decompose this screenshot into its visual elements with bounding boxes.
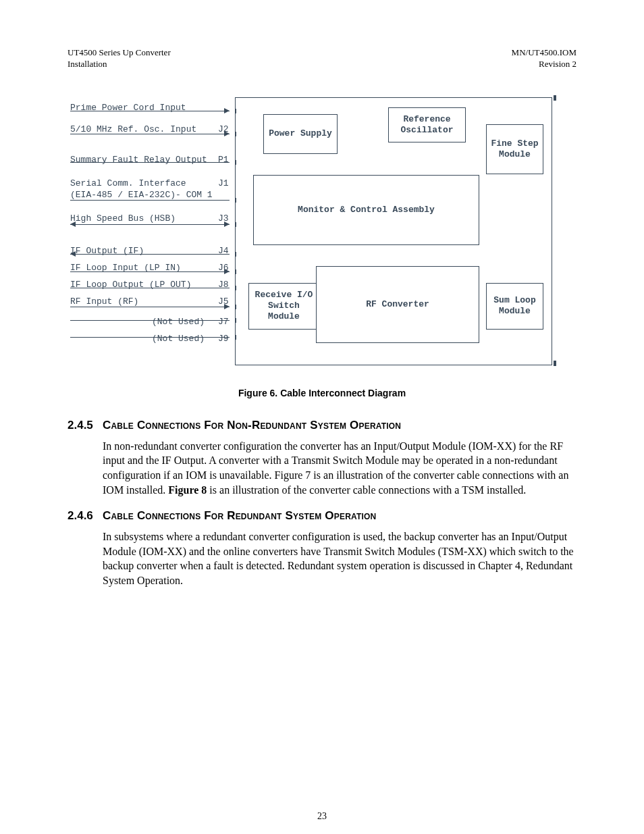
signal-line xyxy=(70,134,230,135)
page-number: 23 xyxy=(68,811,576,822)
box-receive-io-switch: Receive I/O Switch Module xyxy=(248,283,319,330)
header-left: UT4500 Series Up Converter Installation xyxy=(68,47,171,70)
header-revision: Revision 2 xyxy=(512,59,576,70)
signal-tick xyxy=(235,318,236,323)
diagram-outer-thick-right2 xyxy=(554,361,556,366)
page-header: UT4500 Series Up Converter Installation … xyxy=(68,47,576,70)
signal-port: P1 xyxy=(218,155,229,165)
box-reference-oscillator: Reference Oscillator xyxy=(388,107,466,142)
section-2-4-6-heading: 2.4.6 Cable Connections For Redundant Sy… xyxy=(68,509,576,523)
signal-line xyxy=(70,307,230,308)
box-sum-loop-module: Sum Loop Module xyxy=(486,283,543,330)
section-2-4-5-body-part2: is an illustration of the converter cabl… xyxy=(207,484,526,496)
signal-port: J1 xyxy=(218,178,229,188)
section-2-4-5-body-bold: Figure 8 xyxy=(168,484,207,496)
signal-line xyxy=(70,271,230,273)
section-2-4-5-number: 2.4.5 xyxy=(68,419,93,432)
arrow-left-icon xyxy=(70,221,76,227)
figure-caption: Figure 6. Cable Interconnect Diagram xyxy=(68,388,576,398)
signal-port: J7 xyxy=(218,317,229,327)
section-2-4-6-title: Cable Connections For Redundant System O… xyxy=(103,509,376,522)
signal-line xyxy=(70,162,230,163)
box-monitor-control: Monitor & Control Assembly xyxy=(253,175,479,245)
section-2-4-5-heading: 2.4.5 Cable Connections For Non-Redundan… xyxy=(68,419,576,432)
arrow-left-icon xyxy=(70,251,76,257)
signal-line xyxy=(70,337,230,338)
diagram-outer-thick-right xyxy=(554,95,556,101)
signal-tick xyxy=(235,160,236,165)
signal-label: (Not Used) xyxy=(152,317,205,327)
signal-line xyxy=(70,111,230,112)
signal-tick xyxy=(235,335,236,340)
signal-tick xyxy=(235,198,236,203)
cable-interconnect-diagram: Power Supply Reference Oscillator Fine S… xyxy=(68,97,554,367)
signal-label: RF Input (RF) xyxy=(70,296,138,307)
signal-label: (EIA-485 / EIA-232C)- COM 1 xyxy=(70,190,213,200)
signal-line xyxy=(70,288,230,289)
signal-label: High Speed Bus (HSB) xyxy=(70,213,176,224)
arrow-right-icon xyxy=(224,221,230,227)
signal-line xyxy=(70,320,230,321)
box-power-supply: Power Supply xyxy=(263,114,338,154)
signal-tick xyxy=(235,109,236,113)
signal-line xyxy=(70,224,230,226)
section-2-4-5-body: In non-redundant converter configuration… xyxy=(103,439,576,497)
signal-tick xyxy=(235,222,236,227)
signal-line xyxy=(70,254,230,255)
signal-tick xyxy=(235,305,236,309)
signal-tick xyxy=(235,132,236,136)
arrow-right-icon xyxy=(224,269,230,274)
section-2-4-6-number: 2.4.6 xyxy=(68,509,93,522)
box-rf-converter: RF Converter xyxy=(316,266,479,343)
arrow-right-icon xyxy=(224,304,230,309)
signal-port: J9 xyxy=(218,334,229,344)
signal-tick xyxy=(235,252,236,257)
signal-label: (Not Used) xyxy=(152,334,205,344)
section-2-4-5-title: Cable Connections For Non-Redundant Syst… xyxy=(103,419,401,432)
signal-tick xyxy=(235,269,236,274)
signal-label: Serial Comm. Interface xyxy=(70,178,186,188)
signal-line xyxy=(70,200,230,201)
arrow-right-icon xyxy=(224,108,230,113)
header-docnum: MN/UT4500.IOM xyxy=(512,47,576,59)
section-2-4-6-body: In subsystems where a redundant converte… xyxy=(103,529,576,588)
header-product: UT4500 Series Up Converter xyxy=(68,47,171,59)
arrow-right-icon xyxy=(224,131,230,136)
signal-tick xyxy=(235,286,236,290)
box-fine-step-module: Fine Step Module xyxy=(486,124,543,174)
header-right: MN/UT4500.IOM Revision 2 xyxy=(512,47,576,70)
signal-label: 5/10 MHz Ref. Osc. Input xyxy=(70,124,196,134)
header-section: Installation xyxy=(68,59,171,70)
signal-label: Summary Fault Relay Output xyxy=(70,155,207,165)
